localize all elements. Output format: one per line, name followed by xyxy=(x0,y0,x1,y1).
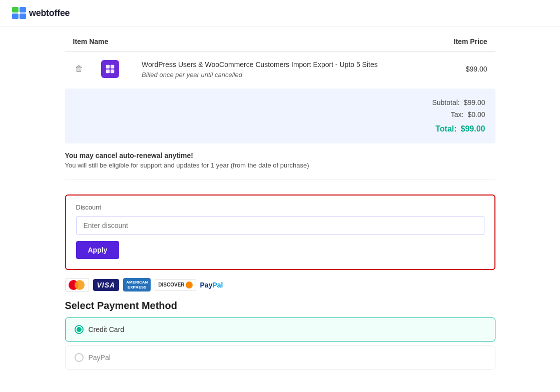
amex-icon: AMERICANEXPRESS xyxy=(123,278,151,292)
discover-text: DISCOVER xyxy=(158,282,184,288)
radio-credit-card-outer xyxy=(75,325,84,334)
svg-rect-3 xyxy=(110,70,114,73)
total-row: Total: $99.00 xyxy=(75,122,485,136)
logo-sq2 xyxy=(20,7,26,12)
plugin-icon-cell xyxy=(93,52,134,86)
delete-button[interactable]: 🗑 xyxy=(73,62,85,76)
svg-rect-2 xyxy=(106,70,109,73)
cancel-heading: You may cancel auto-renewal anytime! xyxy=(65,152,495,160)
visa-icon: VISA xyxy=(93,279,120,291)
tax-value: $0.00 xyxy=(467,110,485,118)
subtotal-value: $99.00 xyxy=(464,98,485,106)
mc-orange-circle xyxy=(75,280,85,290)
tax-label: Tax: xyxy=(451,110,464,118)
discount-label: Discount xyxy=(76,204,484,211)
plugin-icon xyxy=(101,60,119,78)
discover-icon: DISCOVER xyxy=(155,279,196,291)
logo-icon xyxy=(12,7,26,19)
payment-option-paypal[interactable]: PayPal xyxy=(65,346,495,370)
logo-sq1 xyxy=(12,7,19,12)
total-value: $99.00 xyxy=(461,124,485,134)
col-item-name: Item Name xyxy=(65,32,436,52)
discount-section: Discount Apply xyxy=(65,194,495,270)
header: webtoffee xyxy=(0,0,560,26)
tax-row: Tax: $0.00 xyxy=(75,108,485,120)
logo: webtoffee xyxy=(12,7,70,19)
mastercard-circles xyxy=(69,280,86,290)
svg-rect-0 xyxy=(106,65,109,68)
payment-cards: VISA AMERICANEXPRESS DISCOVER PayPal xyxy=(65,278,495,292)
mastercard-icon xyxy=(65,278,89,292)
paypal-label: PayPal xyxy=(89,354,111,362)
logo-sq4 xyxy=(20,14,26,19)
main-content: Item Name Item Price 🗑 xyxy=(55,32,505,370)
cancel-notice: You may cancel auto-renewal anytime! You… xyxy=(65,152,495,180)
delete-cell: 🗑 xyxy=(65,52,93,86)
item-details: WordPress Users & WooCommerce Customers … xyxy=(134,52,436,86)
logo-sq3 xyxy=(12,14,19,19)
discover-dot xyxy=(186,282,193,288)
apply-button[interactable]: Apply xyxy=(76,241,120,259)
svg-rect-1 xyxy=(110,65,114,68)
discount-input[interactable] xyxy=(76,216,484,235)
item-price: $99.00 xyxy=(436,52,495,86)
table-row: 🗑 WordPress Users & WooCommerce Customer… xyxy=(65,52,495,86)
logo-text: webtoffee xyxy=(29,8,70,18)
col-item-price: Item Price xyxy=(436,32,495,52)
payment-option-credit-card[interactable]: Credit Card xyxy=(65,318,495,342)
subtotal-label: Subtotal: xyxy=(432,98,459,106)
payment-method-title: Select Payment Method xyxy=(65,300,495,312)
paypal-icon: PayPal xyxy=(200,281,223,289)
item-billing: Billed once per year until cancelled xyxy=(142,71,428,78)
paypal-pal: Pal xyxy=(212,281,223,289)
spacer xyxy=(65,180,495,194)
radio-credit-card-inner xyxy=(77,327,82,332)
paypal-pay: Pay xyxy=(200,281,213,289)
radio-paypal xyxy=(75,353,84,362)
order-table: Item Name Item Price 🗑 xyxy=(65,32,495,86)
credit-card-label: Credit Card xyxy=(89,326,125,334)
item-name: WordPress Users & WooCommerce Customers … xyxy=(142,60,428,70)
subtotal-row: Subtotal: $99.00 xyxy=(75,96,485,108)
summary-box: Subtotal: $99.00 Tax: $0.00 Total: $99.0… xyxy=(65,88,495,144)
total-label: Total: xyxy=(435,124,456,134)
cancel-description: You will still be eligible for support a… xyxy=(65,162,495,169)
